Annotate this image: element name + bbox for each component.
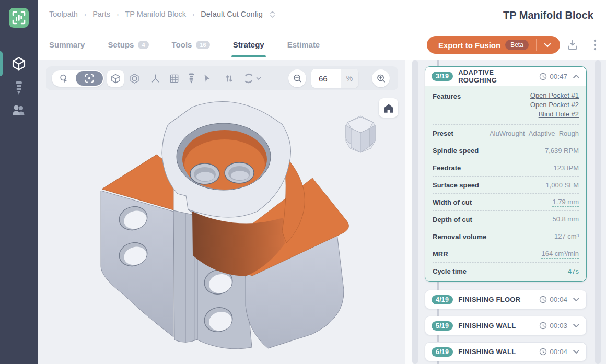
param-row-spindle-speed: Spindle speed 7,639 RPM xyxy=(433,142,579,159)
breadcrumb-separator: › xyxy=(192,10,194,18)
tab-bar: Summary Setups 4 Tools 16 Strategy Estim… xyxy=(49,40,320,57)
logo-glyph xyxy=(12,11,26,25)
header: Toolpath › Parts › TP Manifold Block › D… xyxy=(38,0,606,60)
sidebar-item-parts[interactable] xyxy=(0,51,38,76)
breadcrumb-item[interactable]: Toolpath xyxy=(49,10,78,18)
breadcrumb-separator: › xyxy=(116,10,119,18)
axes-button[interactable] xyxy=(147,70,164,87)
feature-link[interactable]: Open Pocket #2 xyxy=(530,101,579,109)
toolpath-logo[interactable] xyxy=(9,8,29,28)
breadcrumb: Toolpath › Parts › TP Manifold Block › D… xyxy=(49,10,276,18)
chevron-up-icon[interactable] xyxy=(573,74,580,79)
zoom-in-icon xyxy=(376,73,387,84)
stock-view-button[interactable] xyxy=(126,70,143,87)
tab-strategy[interactable]: Strategy xyxy=(233,40,264,57)
stock-hexagon-icon xyxy=(129,73,140,84)
chevron-down-icon[interactable] xyxy=(573,323,580,328)
cycle-time-indicator: 00:47 xyxy=(539,73,567,80)
card-title: ADAPTIVE ROUGHING xyxy=(458,68,534,84)
orbit-icon xyxy=(243,73,254,84)
tab-tools-count-badge: 16 xyxy=(196,41,209,49)
zoom-select-button[interactable] xyxy=(52,70,76,87)
zoom-level-input[interactable] xyxy=(311,69,341,88)
chevron-down-icon[interactable] xyxy=(573,297,580,302)
param-row-feedrate: Feedrate 123 IPM xyxy=(433,159,579,176)
breadcrumb-item-current[interactable]: Default Cut Config xyxy=(201,10,262,18)
people-icon xyxy=(11,104,27,117)
zoom-in-button[interactable] xyxy=(372,69,390,87)
tab-summary[interactable]: Summary xyxy=(49,40,85,57)
app-window: Toolpath › Parts › TP Manifold Block › D… xyxy=(0,0,606,364)
cycle-time-indicator: 00:04 xyxy=(539,348,567,356)
shaded-view-button[interactable] xyxy=(107,70,124,87)
beta-badge: Beta xyxy=(505,40,529,50)
card-body: Features Open Pocket #1 Open Pocket #2 B… xyxy=(425,86,586,281)
breadcrumb-item[interactable]: TP Manifold Block xyxy=(125,10,186,18)
home-icon xyxy=(383,103,394,113)
tab-setups-count-badge: 4 xyxy=(138,41,148,49)
card-header[interactable]: 6/19 FINISHING WALL 00:04 xyxy=(425,343,586,361)
orbit-button[interactable] xyxy=(240,70,263,87)
card-header[interactable]: 3/19 ADAPTIVE ROUGHING 00:47 xyxy=(425,67,586,86)
step-badge: 5/19 xyxy=(432,321,453,331)
viewport-scrollbar[interactable] xyxy=(412,60,418,364)
step-badge: 3/19 xyxy=(432,72,453,81)
shaded-cube-icon xyxy=(110,73,121,84)
zoom-out-button[interactable] xyxy=(288,69,306,87)
param-row-width-of-cut: Width of cut 1.79 mm xyxy=(433,193,579,210)
page-title: TP Manifold Block xyxy=(503,9,593,21)
feature-link[interactable]: Open Pocket #1 xyxy=(530,91,579,99)
viewport-toolbar: % xyxy=(46,66,398,90)
strategy-card-finishing-floor: 4/19 FINISHING FLOOR 00:04 xyxy=(425,290,587,309)
3d-part-manifold-block[interactable] xyxy=(44,60,410,364)
card-header[interactable]: 5/19 FINISHING WALL 00:03 xyxy=(425,316,586,335)
select-cursor-button[interactable] xyxy=(199,70,215,87)
zoom-out-icon xyxy=(292,73,303,84)
card-header[interactable]: 4/19 FINISHING FLOOR 00:04 xyxy=(425,290,586,309)
sidebar xyxy=(0,0,38,364)
card-title: FINISHING FLOOR xyxy=(458,296,534,303)
param-row-surface-speed: Surface speed 1,000 SFM xyxy=(433,176,579,193)
export-button-label: Export to Fusion xyxy=(438,41,500,50)
config-switcher-icon[interactable] xyxy=(269,10,276,18)
view-cube[interactable] xyxy=(339,112,382,157)
clock-icon xyxy=(539,322,547,330)
cursor-icon xyxy=(202,73,212,84)
sidebar-item-team[interactable] xyxy=(0,98,38,123)
card-title: FINISHING WALL xyxy=(458,348,534,356)
sidebar-item-tools[interactable] xyxy=(0,76,38,101)
param-row-depth-of-cut: Depth of cut 50.8 mm xyxy=(433,210,579,228)
more-options-button[interactable] xyxy=(593,39,597,53)
export-to-fusion-button[interactable]: Export to Fusion Beta xyxy=(427,36,560,54)
clock-icon xyxy=(539,348,547,356)
panel-scrollbar[interactable] xyxy=(595,60,601,364)
drill-tool-icon xyxy=(13,80,25,97)
pan-vertical-icon xyxy=(224,73,235,84)
download-button[interactable] xyxy=(566,39,579,53)
chevron-down-icon[interactable] xyxy=(573,349,580,354)
export-dropdown-caret[interactable] xyxy=(544,43,551,48)
model-pocket-hole xyxy=(225,162,254,183)
param-row-preset: Preset AluWrought_Adaptive_Rough xyxy=(433,124,579,142)
tab-tools[interactable]: Tools 16 xyxy=(172,40,210,57)
home-view-button[interactable] xyxy=(379,98,398,118)
export-button-divider xyxy=(536,39,537,51)
strategy-card-adaptive-roughing: 3/19 ADAPTIVE ROUGHING 00:47 Features Op… xyxy=(425,66,587,282)
selection-mode-toggle xyxy=(52,70,104,87)
step-badge: 4/19 xyxy=(432,295,453,304)
download-icon xyxy=(566,39,579,51)
tab-estimate[interactable]: Estimate xyxy=(287,40,320,57)
breadcrumb-item[interactable]: Parts xyxy=(92,10,110,18)
tab-setups[interactable]: Setups 4 xyxy=(108,40,148,57)
feature-link[interactable]: Blind Hole #2 xyxy=(539,110,579,118)
grid-button[interactable] xyxy=(166,70,182,87)
pan-vertical-button[interactable] xyxy=(220,70,237,87)
toolpath-tool-button[interactable] xyxy=(183,70,200,87)
clock-icon xyxy=(539,296,547,303)
focus-target-button[interactable] xyxy=(76,71,103,86)
chevron-down-icon xyxy=(544,43,551,48)
param-row-removal-volume: Removal volume 127 cm³ xyxy=(433,228,579,245)
cycle-time-indicator: 00:04 xyxy=(539,296,567,303)
focus-target-icon xyxy=(84,73,95,84)
kebab-menu-icon xyxy=(593,39,597,51)
